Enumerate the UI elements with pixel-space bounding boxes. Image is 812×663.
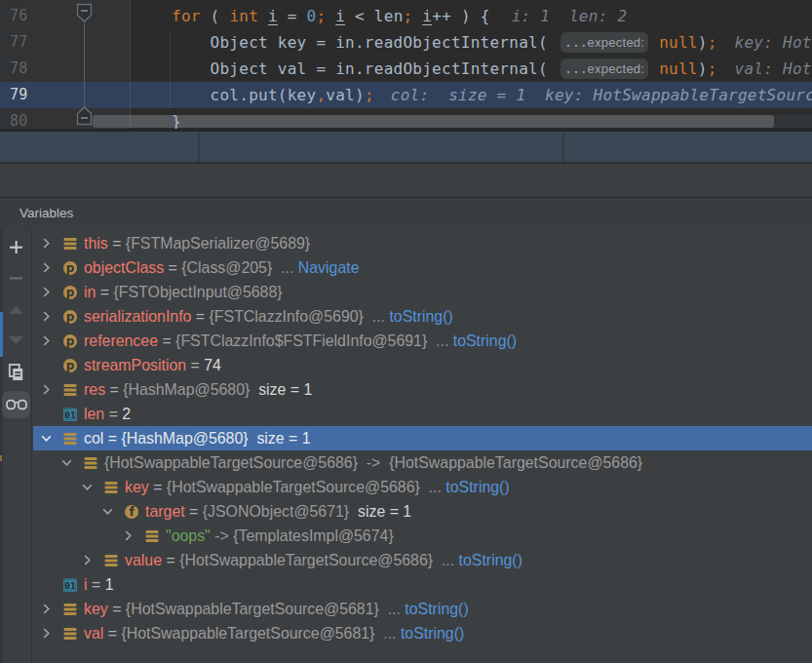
variable-row[interactable]: 01len = 2: [33, 402, 812, 426]
copy-value-button[interactable]: [2, 359, 30, 386]
row-text: ...: [433, 552, 459, 569]
code-line-76[interactable]: for ( int i = 0; i < len; i++ ) {i: 1 le…: [130, 3, 812, 29]
move-watch-down-button[interactable]: [2, 327, 30, 354]
variable-row[interactable]: "oops" -> {TemplatesImpl@5674}: [33, 524, 812, 548]
code-token: ;: [365, 86, 374, 104]
row-text: =: [96, 284, 113, 301]
variable-row[interactable]: pin = {FSTObjectInput@5688}: [33, 280, 812, 304]
variable-row[interactable]: this = {FSTMapSerializer@5689}: [33, 231, 812, 255]
strip-splitter[interactable]: [198, 132, 200, 162]
variable-row[interactable]: res = {HashMap@5680} size = 1: [33, 377, 812, 402]
row-text: =: [149, 479, 167, 496]
code-token: ,: [316, 86, 326, 104]
code-token: null: [659, 59, 698, 78]
row-text: size = 1: [249, 430, 311, 448]
tree-toggle[interactable]: [38, 329, 55, 353]
evaluate-link[interactable]: toString(): [445, 479, 509, 496]
minus-icon: [10, 277, 22, 280]
row-text: {Class@205}: [181, 259, 272, 277]
tree-toggle[interactable]: [38, 426, 55, 450]
variable-row[interactable]: pserializationInfo = {FSTClazzInfo@5690}…: [33, 304, 812, 329]
code-line-78[interactable]: Object val = in.readObjectInternal( ...e…: [130, 56, 812, 82]
row-text: ->: [211, 527, 233, 545]
code-line-80[interactable]: }: [130, 108, 812, 129]
tree-toggle[interactable]: [38, 255, 55, 280]
variable-row[interactable]: key = {HotSwappableTargetSource@5686} ..…: [33, 475, 812, 499]
evaluate-link[interactable]: toString(): [389, 308, 452, 326]
line-number-80[interactable]: 80: [10, 108, 28, 129]
evaluate-link[interactable]: toString(): [405, 601, 468, 618]
variable-row[interactable]: {HotSwappableTargetSource@5686} -> {HotS…: [33, 450, 812, 475]
parameter-hint-label: expected:: [588, 61, 645, 76]
row-text: {FSTMapSerializer@5689}: [126, 235, 310, 253]
variable-icon: [83, 455, 98, 471]
row-text: {HotSwappableTargetSource@5686}: [179, 552, 433, 569]
row-text: in: [84, 284, 96, 301]
variable-row[interactable]: 01i = 1: [33, 572, 812, 597]
variable-row[interactable]: value = {HotSwappableTargetSource@5686} …: [33, 548, 812, 572]
tree-toggle[interactable]: [38, 597, 55, 621]
evaluate-link[interactable]: toString(): [453, 332, 517, 350]
fold-collapse-end-icon[interactable]: [75, 105, 94, 126]
code-token: (: [201, 7, 230, 25]
row-text: =: [103, 430, 121, 448]
chevron-right-icon: [43, 384, 50, 395]
tree-toggle[interactable]: [38, 304, 55, 329]
line-number-78[interactable]: 78: [10, 56, 28, 82]
variable-row[interactable]: key = {HotSwappableTargetSource@5681} ..…: [33, 597, 812, 621]
code-pane[interactable]: for ( int i = 0; i < len; i++ ) {i: 1 le…: [130, 3, 812, 129]
line-number-79[interactable]: 79: [10, 82, 28, 108]
evaluate-link[interactable]: toString(): [459, 552, 522, 569]
row-text: =: [186, 357, 204, 374]
row-text: {HotSwappableTargetSource@5686}: [104, 454, 358, 472]
code-line-77[interactable]: Object key = in.readObjectInternal( ...e…: [130, 29, 812, 56]
fold-collapse-start-icon[interactable]: [75, 3, 94, 23]
move-watch-up-button[interactable]: [2, 296, 30, 324]
folded-arguments-chip[interactable]: ...expected:: [561, 32, 649, 53]
variable-row[interactable]: ftarget = {JSONObject@5671} size = 1: [33, 499, 812, 524]
code-line-79[interactable]: col.put(key,val);col: size = 1 key: HotS…: [130, 82, 812, 108]
variable-icon: [62, 431, 78, 447]
variable-row[interactable]: pstreamPosition = 74: [33, 353, 812, 377]
code-editor[interactable]: 7677787980 for ( int i = 0; i < len; i++…: [0, 0, 812, 129]
tree-toggle[interactable]: [120, 524, 136, 548]
svg-text:p: p: [66, 261, 75, 275]
variable-row[interactable]: preferencee = {FSTClazzInfo$FSTFieldInfo…: [33, 329, 812, 353]
tree-toggle[interactable]: [38, 280, 55, 304]
variable-row[interactable]: col = {HashMap@5680} size = 1: [33, 426, 812, 450]
line-number-77[interactable]: 77: [10, 29, 28, 56]
strip-splitter[interactable]: [562, 132, 564, 162]
row-text: 74: [204, 357, 221, 374]
inline-debugger-hint: i: 1 len: 2: [512, 7, 628, 25]
row-text: {HotSwappableTargetSource@5681}: [121, 625, 374, 643]
row-text: serializationInfo: [84, 308, 191, 326]
row-text: {HashMap@5680}: [121, 430, 248, 448]
code-token: [326, 7, 335, 25]
svg-text:p: p: [66, 310, 75, 324]
code-token: for: [172, 7, 201, 25]
inline-debugger-hint: val: HotSwappableTargetSource@5686: [735, 59, 812, 78]
variable-icon: [103, 480, 119, 495]
svg-text:p: p: [66, 359, 75, 372]
variable-row[interactable]: val = {HotSwappableTargetSource@5681} ..…: [33, 621, 812, 645]
tree-toggle[interactable]: [38, 231, 55, 255]
evaluate-link[interactable]: toString(): [401, 625, 464, 643]
tree-toggle[interactable]: [38, 621, 55, 645]
tree-toggle[interactable]: [99, 499, 116, 524]
show-watches-button[interactable]: [2, 391, 30, 418]
code-token: ): [698, 59, 708, 78]
tree-toggle[interactable]: [38, 377, 55, 402]
chevron-right-icon: [43, 238, 50, 249]
chevron-down-icon: [61, 459, 72, 466]
add-watch-button[interactable]: [2, 233, 30, 260]
svg-text:p: p: [66, 286, 75, 299]
tree-toggle[interactable]: [79, 475, 96, 499]
evaluate-link[interactable]: Navigate: [298, 259, 360, 277]
line-number-76[interactable]: 76: [10, 3, 28, 29]
tree-toggle[interactable]: [79, 548, 96, 572]
variable-row[interactable]: pobjectClass = {Class@205} ... Navigate: [33, 255, 812, 280]
row-text: =: [88, 576, 105, 594]
folded-arguments-chip[interactable]: ...expected:: [561, 58, 649, 79]
remove-watch-button[interactable]: [2, 264, 30, 292]
tree-toggle[interactable]: [58, 450, 75, 475]
